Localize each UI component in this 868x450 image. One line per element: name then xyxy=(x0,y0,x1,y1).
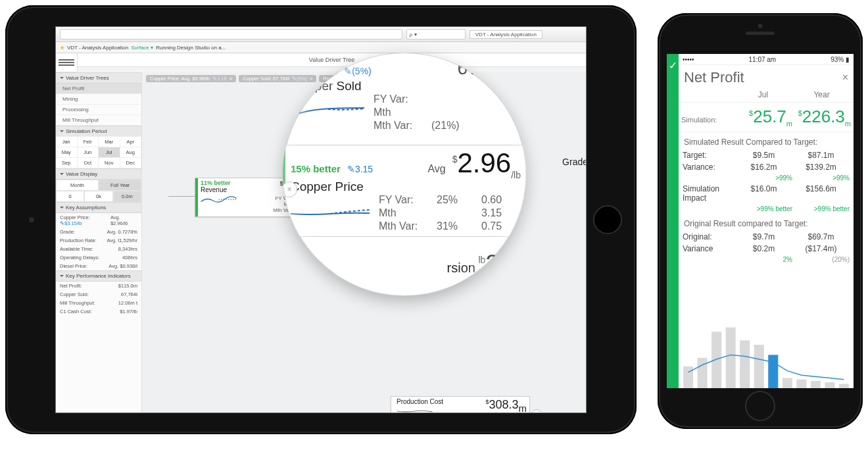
svg-rect-3 xyxy=(726,328,736,388)
section-sim-vs-target: Simulated Result Compared to Target: xyxy=(679,132,854,149)
month-oct[interactable]: Oct xyxy=(77,157,99,168)
status-time: 11:07 am xyxy=(749,56,777,63)
kpi-row: Mill Throughput:12.06m t xyxy=(56,299,141,307)
section-orig-vs-target: Original Result compared to Target: xyxy=(679,214,854,231)
month-feb[interactable]: Feb xyxy=(77,136,99,147)
lens-rim xyxy=(283,53,526,296)
valdisp-fmt-2[interactable]: 0.0m xyxy=(113,191,141,202)
valdisp-month[interactable]: Month xyxy=(56,180,99,191)
sim-jul: 25.7 xyxy=(753,107,786,126)
simulation-row: Simulation: $25.7m $226.3m xyxy=(679,103,854,132)
section-sim-period[interactable]: Simulation Period xyxy=(56,126,141,137)
breadcrumb: ★ VDT - Analysis Application Surface ▾ R… xyxy=(56,42,586,53)
phone-device: ✓ ••••• 11:07 am 93% ▮ Net Profit × Jul … xyxy=(658,13,863,429)
status-bar-green xyxy=(195,178,198,216)
sim-label: Simulation: xyxy=(681,116,734,124)
crumb-c[interactable]: Running Design Studio on a... xyxy=(156,45,226,51)
kpi-row: Net Profit:$115.0m xyxy=(56,282,141,290)
kv-row: Variance:$16.2m$139.2m xyxy=(679,161,854,173)
browser-tab[interactable]: VDT - Analysis Application xyxy=(470,30,542,39)
svg-rect-10 xyxy=(825,382,834,388)
section-assumptions[interactable]: Key Assumptions xyxy=(56,202,141,213)
card-suffix: m xyxy=(519,403,527,413)
month-apr[interactable]: Apr xyxy=(120,136,142,147)
unit-suffix: m xyxy=(786,120,792,128)
svg-rect-11 xyxy=(839,384,849,388)
month-jun[interactable]: Jun xyxy=(77,147,99,158)
month-jul[interactable]: Jul xyxy=(98,147,120,158)
tablet-camera xyxy=(29,217,34,222)
star-icon[interactable]: ★ xyxy=(60,45,64,51)
month-aug[interactable]: Aug xyxy=(120,147,142,158)
valdisp-fmt-0[interactable]: 0 xyxy=(56,191,84,202)
sidebar-item-mining[interactable]: Mining xyxy=(56,94,141,105)
sim-year: 226.3 xyxy=(802,107,845,126)
section-kpi[interactable]: Key Performance Indicators xyxy=(56,270,141,282)
phone-speaker xyxy=(746,32,775,35)
sparkline xyxy=(201,193,237,205)
col-year[interactable]: Year xyxy=(792,90,851,99)
sparkline xyxy=(397,405,433,413)
assumption-row: Production Rate:Avg. t1,529/hr xyxy=(56,236,141,245)
kpi-row: Copper Sold:67,764t xyxy=(56,290,141,299)
connector xyxy=(168,196,195,197)
card-tag: 11% better xyxy=(201,180,237,186)
month-mar[interactable]: Mar xyxy=(98,136,120,147)
magnifier-lens: 3% worse ✎(5%) 67 764t Copper Sold FY Va… xyxy=(283,53,526,296)
kv-row: Variance$0.2m($17.4m) xyxy=(679,243,854,255)
filter-pill[interactable]: Copper Price: Avg. $2.96/lb✎3.15× xyxy=(146,75,236,82)
svg-rect-7 xyxy=(783,378,792,388)
section-value-display[interactable]: Value Display xyxy=(56,168,141,180)
section-trees[interactable]: Value Driver Trees xyxy=(56,72,141,84)
svg-rect-6 xyxy=(768,355,778,388)
sidebar-item-mill-throughput[interactable]: Mill Throughput xyxy=(56,115,141,126)
card-grade-peek: Grade xyxy=(562,157,587,167)
browser-toolbar: ρ ▾ VDT - Analysis Application xyxy=(56,27,586,42)
kpi-row: C1 Cash Cost:$1.97/lb xyxy=(56,307,141,316)
month-nov[interactable]: Nov xyxy=(98,157,120,168)
status-bar: ••••• 11:07 am 93% ▮ xyxy=(679,54,854,65)
month-dec[interactable]: Dec xyxy=(120,157,142,168)
phone-camera xyxy=(758,24,763,28)
filter-pill[interactable]: Copper Sold: 67,764t✎(5%)× xyxy=(239,75,316,82)
kv-row: Original:$9.7m$69.7m xyxy=(679,231,854,243)
phone-chart xyxy=(679,309,854,388)
crumb-b[interactable]: Surface ▾ xyxy=(131,45,153,51)
valdisp-fmt-1[interactable]: 0k xyxy=(84,191,112,202)
battery-icon: ▮ xyxy=(846,56,850,63)
svg-rect-2 xyxy=(711,332,721,388)
close-icon[interactable]: × xyxy=(842,72,848,84)
crumb-a[interactable]: VDT - Analysis Application xyxy=(67,45,128,51)
month-may[interactable]: May xyxy=(56,147,78,158)
hamburger-icon[interactable] xyxy=(56,53,78,72)
sidebar-item-net-profit[interactable]: Net Profit xyxy=(56,84,141,94)
card-production-cost[interactable]: Production Cost $308.3m FY Var:1%2.3Mth2… xyxy=(391,396,530,413)
phone-home-button[interactable] xyxy=(745,391,775,421)
month-jan[interactable]: Jan xyxy=(56,136,78,147)
column-headers: Jul Year xyxy=(679,88,854,103)
address-bar[interactable] xyxy=(60,29,402,39)
svg-rect-0 xyxy=(683,366,693,388)
signal-icon: ••••• xyxy=(683,56,694,63)
value-display-row2: 00k0.0m xyxy=(56,191,141,202)
valdisp-full-year[interactable]: Full Year xyxy=(99,180,141,191)
app-title: Value Driver Tree xyxy=(78,53,586,67)
card-label: Production Cost xyxy=(397,398,443,405)
phone-sidebar[interactable]: ✓ xyxy=(667,54,679,388)
unit-suffix: m xyxy=(845,120,851,128)
svg-rect-5 xyxy=(754,345,764,388)
battery-pct: 93% xyxy=(831,56,844,63)
sidebar-item-processing[interactable]: Processing xyxy=(56,105,141,115)
month-sep[interactable]: Sep xyxy=(56,157,78,168)
col-jul[interactable]: Jul xyxy=(734,90,792,99)
kv-row: Target:$9.5m$87.1m xyxy=(679,149,854,161)
value-display-row1: MonthFull Year xyxy=(56,180,141,191)
sidebar: Value Driver Trees Net ProfitMiningProce… xyxy=(56,72,142,413)
svg-rect-8 xyxy=(796,380,806,388)
month-grid: JanFebMarAprMayJunJulAugSepOctNovDec xyxy=(56,137,141,168)
assumption-row: Operating Delays:406hrs xyxy=(56,253,141,262)
svg-rect-9 xyxy=(811,381,821,388)
tablet-home-button[interactable] xyxy=(593,205,622,234)
expand-arrow[interactable]: › xyxy=(531,409,542,413)
search-box[interactable]: ρ ▾ xyxy=(406,29,466,39)
